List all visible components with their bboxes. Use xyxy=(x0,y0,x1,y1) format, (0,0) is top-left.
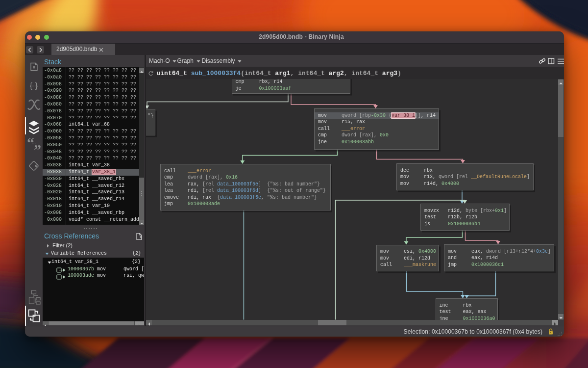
svg-text:}: } xyxy=(35,81,38,90)
svg-text:”: ” xyxy=(34,141,41,158)
svg-text:#: # xyxy=(33,65,35,70)
